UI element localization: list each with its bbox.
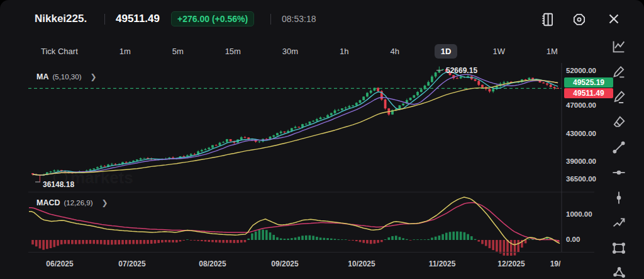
trading-app-window: markets52669.1536148.18 Nikkei225. 49511… [0,0,644,279]
horizontal-line-icon[interactable] [611,165,626,180]
vertical-line-icon[interactable] [611,190,626,205]
chevron-right-icon[interactable]: ❯ [102,198,108,207]
drawing-toolbar [594,38,644,279]
ma-label: MA [36,72,48,81]
tab-1w[interactable]: 1W [486,44,511,59]
macd-params: (12,26,9) [64,199,93,207]
clock: 08:53:18 [282,14,316,24]
ma-indicator-legend[interactable]: MA (5,10,30) ❯ [36,72,97,81]
tab-5m[interactable]: 5m [166,44,190,59]
tab-tick-chart[interactable]: Tick Chart [35,44,84,59]
time-tick-label: 11/2025 [429,259,456,268]
tab-30m[interactable]: 30m [276,44,304,59]
macd-indicator-legend[interactable]: MACD (12,26,9) ❯ [36,198,108,207]
macd-tick-label: 0.00 [566,236,580,243]
tab-bar: Tick Chart1m5m15m30m1h4h1D1W1M [35,42,564,60]
price-tick-label: 43000.00 [566,130,596,137]
time-tick-label: 07/2025 [118,259,145,268]
price-tick-label: 36500.00 [566,175,596,183]
rectangle-icon[interactable] [611,241,626,256]
chart-style-icon[interactable] [611,39,626,54]
macd-label: MACD [36,198,60,207]
time-tick-label: 12/2025 [497,259,525,268]
time-tick-label: 06/2025 [46,259,73,268]
symbol-title: Nikkei225. [35,13,87,25]
eraser-icon[interactable] [611,115,626,130]
price-tick-label: 47000.00 [566,101,596,109]
time-tick-label: 08/2025 [199,259,226,268]
level-price-badge: 49525.19 [564,77,613,88]
tab-1d[interactable]: 1D [435,44,458,59]
orderbook-icon[interactable] [540,11,556,28]
svg-text:markets: markets [70,168,133,187]
last-price: 49511.49 [116,13,160,25]
header: Nikkei225. 49511.49 +276.00 (+0.56%) 08:… [0,0,644,37]
tab-1m[interactable]: 1m [113,44,137,59]
time-tick-label: 10/2025 [348,259,375,268]
draw-pencil-icon[interactable] [611,64,626,79]
price-tick-label: 52000.00 [566,67,596,74]
tab-1h[interactable]: 1h [333,44,355,59]
trend-line-icon[interactable] [611,140,626,155]
svg-text:36148.18: 36148.18 [43,180,74,189]
price-tick-label: 39000.00 [566,157,596,165]
divider [104,14,105,25]
wave-arrow-icon[interactable] [611,215,626,231]
divider [270,14,271,25]
time-tick-label: 09/2025 [271,259,298,268]
ma-params: (5,10,30) [52,73,81,81]
settings-gear-icon[interactable] [571,11,587,28]
tab-4h[interactable]: 4h [384,44,405,59]
tab-1m[interactable]: 1M [540,44,564,59]
last-price-badge: 49511.49 [564,88,613,98]
macd-tick-label: 1000.00 [566,210,592,218]
chevron-right-icon[interactable]: ❯ [90,72,96,81]
tab-15m[interactable]: 15m [219,44,247,59]
edit-pencil-icon[interactable] [611,89,626,105]
polygon-icon[interactable] [611,266,626,279]
price-change-badge: +276.00 (+0.56%) [171,11,254,26]
svg-text:52669.15: 52669.15 [446,66,477,75]
time-tick-label: 19/ [550,259,561,268]
close-icon[interactable] [606,11,622,27]
